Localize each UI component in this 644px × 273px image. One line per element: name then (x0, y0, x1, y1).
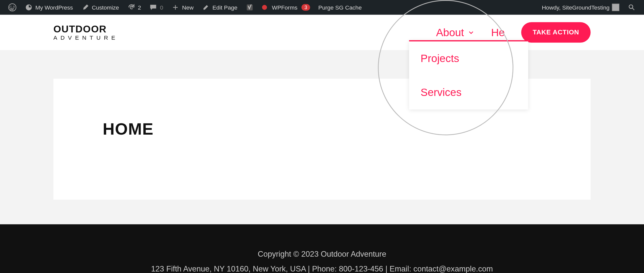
logo-line1: OUTDOOR (53, 24, 118, 34)
customize-link[interactable]: Customize (77, 0, 123, 15)
site-logo[interactable]: OUTDOOR ADVENTURE (53, 24, 118, 40)
new-text: New (182, 4, 194, 11)
wpforms-link[interactable]: WPForms 3 (258, 0, 314, 15)
edit-page-text: Edit Page (213, 4, 237, 11)
record-dot-icon (262, 5, 267, 10)
yoast-icon (246, 3, 254, 12)
logo-line2: ADVENTURE (53, 35, 118, 41)
dropdown-projects[interactable]: Projects (409, 41, 528, 76)
nav-hello-label: He (491, 26, 505, 39)
updates-link[interactable]: 2 (123, 0, 145, 15)
dashboard-icon (25, 3, 33, 12)
updates-count: 2 (138, 4, 141, 11)
wordpress-icon (8, 3, 17, 12)
primary-nav: About He TAKE ACTION d! (436, 22, 590, 43)
site-name-link[interactable]: My WordPress (21, 0, 77, 15)
chevron-down-icon (467, 29, 474, 36)
svg-point-2 (629, 5, 633, 9)
search-toggle[interactable] (623, 0, 640, 15)
plus-icon (171, 3, 180, 12)
howdy-text: Howdy, SiteGroundTesting (542, 4, 610, 11)
wpforms-badge: 3 (302, 4, 310, 11)
comments-link[interactable]: 0 (145, 0, 167, 15)
about-dropdown: Projects Services (409, 40, 528, 110)
footer-copyright: Copyright © 2023 Outdoor Adventure (8, 247, 636, 262)
site-name-text: My WordPress (35, 4, 73, 11)
take-action-button[interactable]: TAKE ACTION (521, 22, 591, 43)
purge-cache-text: Purge SG Cache (318, 4, 362, 11)
brush-icon (81, 3, 90, 12)
purge-cache-link[interactable]: Purge SG Cache (314, 0, 366, 15)
wp-admin-bar: My WordPress Customize 2 0 (0, 0, 644, 15)
search-icon (628, 3, 636, 12)
wp-logo[interactable] (4, 0, 20, 15)
edit-page-link[interactable]: Edit Page (198, 0, 242, 15)
refresh-icon (127, 3, 136, 12)
pencil-icon (202, 3, 210, 12)
comment-icon (149, 3, 157, 12)
avatar-icon (612, 4, 619, 11)
footer-address: 123 Fifth Avenue, NY 10160, New York, US… (8, 262, 636, 273)
nav-about-label: About (436, 26, 464, 39)
yoast-link[interactable] (242, 0, 258, 15)
page-title: HOME (103, 120, 541, 138)
site-header: OUTDOOR ADVENTURE About He TAKE ACTION d… (0, 15, 644, 50)
nav-about[interactable]: About (436, 23, 474, 42)
nav-hello[interactable]: He (491, 23, 505, 42)
howdy-link[interactable]: Howdy, SiteGroundTesting (538, 0, 624, 15)
comments-count: 0 (160, 4, 163, 11)
wpforms-text: WPForms (272, 4, 298, 11)
page-body: HOME (0, 50, 644, 224)
site-footer: Copyright © 2023 Outdoor Adventure 123 F… (0, 224, 644, 273)
customize-text: Customize (92, 4, 119, 11)
new-link[interactable]: New (167, 0, 198, 15)
dropdown-services[interactable]: Services (409, 75, 528, 110)
